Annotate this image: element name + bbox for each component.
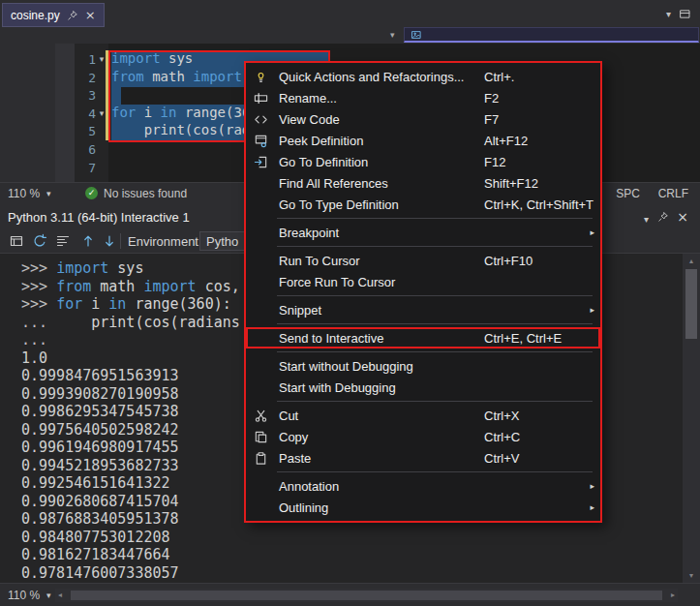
close-icon[interactable]: × [85, 9, 96, 21]
interactive-line: 0.9961946980917455 [21, 439, 179, 457]
horizontal-scrollbar-thumb[interactable] [71, 591, 662, 600]
interactive-token: cos, [197, 278, 240, 295]
interactive-line: ... [21, 331, 47, 349]
space-indicator[interactable]: SPC [616, 187, 640, 200]
menu-item-label: Send to Interactive [275, 331, 484, 346]
menu-item-label: Start with Debugging [275, 380, 484, 395]
context-menu: Quick Actions and Refactorings...Ctrl+.R… [244, 61, 602, 523]
interactive-line: 0.992546151641322 [21, 474, 170, 493]
interactive-line: ... print(cos(radians [21, 314, 240, 332]
menu-item-quick-actions-and-refactorings[interactable]: Quick Actions and Refactorings...Ctrl+. [246, 66, 600, 87]
pin-icon[interactable] [67, 10, 78, 21]
menu-item-copy[interactable]: CopyCtrl+C [246, 426, 600, 447]
menu-item-find-all-references[interactable]: Find All ReferencesShift+F12 [246, 172, 600, 194]
menu-item-label: Paste [275, 451, 484, 466]
interactive-zoom-control[interactable]: 110 % [8, 589, 40, 602]
interactive-token: in [108, 295, 126, 313]
history-next-icon[interactable] [101, 232, 118, 250]
interactive-token: 0.981627183447664 [21, 546, 170, 563]
editor-zoom-chevron-icon[interactable]: ▾ [46, 189, 51, 198]
menu-item-breakpoint[interactable]: Breakpoint▸ [246, 222, 600, 243]
interactive-line: 0.9902680687415704 [21, 493, 179, 511]
editor-navigation-bar: ▾ [0, 27, 700, 44]
visual-studio-window: cosine.py × ▾ ▾ 1▾import sys2from math i… [0, 0, 700, 606]
menu-item-shortcut: Ctrl+F10 [484, 254, 583, 268]
menu-separator [277, 471, 593, 472]
editor-line-number: 4 [75, 105, 96, 123]
breakpoint-margin[interactable] [55, 44, 75, 182]
menu-item-start-with-debugging[interactable]: Start with Debugging [246, 377, 600, 398]
vertical-scrollbar[interactable]: ▴ ▾ [683, 254, 700, 583]
submenu-arrow-icon: ▸ [583, 481, 600, 491]
menu-item-view-code[interactable]: View CodeF7 [246, 108, 600, 130]
submenu-arrow-icon: ▸ [583, 227, 600, 237]
interactive-token: for [56, 295, 82, 313]
menu-item-shortcut: Ctrl+C [484, 430, 583, 444]
horizontal-scrollbar[interactable]: ◂ ▸ [55, 589, 678, 602]
menu-item-snippet[interactable]: Snippet▸ [246, 299, 600, 320]
menu-item-annotation[interactable]: Annotation▸ [246, 475, 600, 497]
nav-member-dropdown[interactable] [404, 27, 699, 43]
go-to-definition-icon [246, 155, 275, 169]
vertical-scrollbar-thumb[interactable] [685, 269, 697, 339]
interactive-line: 0.981627183447664 [21, 546, 170, 564]
scroll-left-icon[interactable]: ◂ [58, 591, 62, 599]
no-issues-icon: ✓ [85, 187, 98, 199]
menu-item-go-to-definition[interactable]: Go To DefinitionF12 [246, 151, 600, 172]
window-position-chevron-icon[interactable]: ▾ [644, 214, 649, 225]
interactive-line: >>> from math import cos, [21, 278, 240, 296]
reset-icon[interactable] [31, 232, 48, 250]
menu-separator [277, 246, 593, 247]
editor-zoom-control[interactable]: 110 % [8, 187, 40, 200]
tab-cosine-py[interactable]: cosine.py × [2, 3, 105, 27]
window-layout-icon[interactable] [679, 8, 691, 20]
menu-item-shortcut: Shift+F12 [484, 176, 583, 191]
interactive-token: 0.984807753012208 [21, 529, 170, 546]
submenu-arrow-icon: ▸ [583, 502, 600, 512]
menu-item-label: Rename... [275, 91, 484, 106]
menu-item-cut[interactable]: CutCtrl+X [246, 405, 600, 426]
menu-separator [277, 323, 593, 324]
menu-item-go-to-type-definition[interactable]: Go To Type DefinitionCtrl+K, Ctrl+Shift+… [246, 194, 600, 215]
menu-item-start-without-debugging[interactable]: Start without Debugging [246, 355, 600, 377]
new-window-icon[interactable] [8, 232, 25, 250]
editor-status-message: No issues found [104, 187, 187, 200]
fold-marker-icon[interactable]: ▾ [96, 50, 107, 69]
menu-item-send-to-interactive[interactable]: Send to InteractiveCtrl+E, Ctrl+E [246, 327, 600, 348]
close-icon[interactable]: × [677, 209, 688, 225]
clear-screen-icon[interactable] [54, 232, 72, 250]
menu-item-run-to-cursor[interactable]: Run To CursorCtrl+F10 [246, 250, 600, 271]
menu-item-shortcut: Ctrl+E, Ctrl+E [484, 331, 583, 346]
menu-item-paste[interactable]: PasteCtrl+V [246, 447, 600, 469]
interactive-line: 0.984807753012208 [21, 529, 170, 547]
tab-list-chevron-icon[interactable]: ▾ [666, 9, 671, 19]
interactive-line: >>> import sys [21, 259, 143, 278]
menu-item-outlining[interactable]: Outlining▸ [246, 497, 600, 518]
member-icon [411, 29, 422, 41]
interactive-token: >>> [21, 278, 56, 295]
menu-item-rename[interactable]: Rename...F2 [246, 87, 600, 108]
interactive-line: 0.9993908270190958 [21, 385, 179, 404]
menu-item-label: Copy [275, 430, 484, 444]
nav-dropdown-chevron-icon[interactable]: ▾ [390, 30, 395, 40]
scroll-right-icon[interactable]: ▸ [671, 591, 675, 599]
menu-item-label: Breakpoint [275, 226, 484, 240]
scroll-down-icon[interactable]: ▾ [683, 571, 700, 580]
menu-item-label: Peek Definition [275, 134, 484, 148]
interactive-line: >>> for i in range(360): [21, 295, 231, 314]
interactive-zoom-chevron-icon[interactable]: ▾ [46, 591, 51, 600]
history-previous-icon[interactable] [79, 232, 97, 250]
menu-item-force-run-to-cursor[interactable]: Force Run To Cursor [246, 271, 600, 292]
menu-item-peek-definition[interactable]: Peek DefinitionAlt+F12 [246, 130, 600, 151]
interactive-token: from [56, 278, 91, 295]
menu-separator [277, 295, 593, 296]
interactive-line: 0.9945218953682733 [21, 457, 179, 475]
interactive-token: 0.9975640502598242 [21, 421, 179, 439]
line-ending-indicator[interactable]: CRLF [658, 187, 688, 200]
scroll-up-icon[interactable]: ▴ [683, 257, 700, 265]
tab-title: cosine.py [11, 9, 60, 22]
pin-icon[interactable] [657, 211, 669, 223]
fold-marker-icon[interactable]: ▾ [96, 105, 107, 123]
menu-item-label: Cut [275, 409, 484, 423]
editor-line-number: 2 [75, 69, 96, 87]
